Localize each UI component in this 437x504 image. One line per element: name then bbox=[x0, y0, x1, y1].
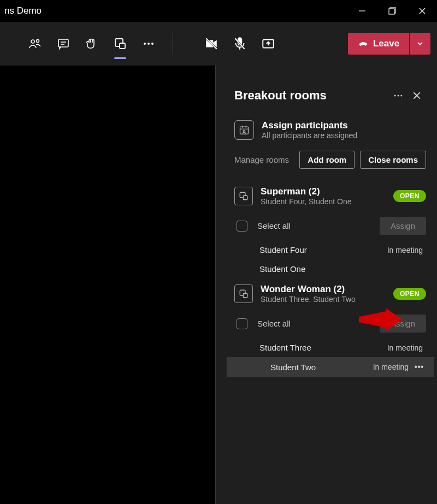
select-all-checkbox[interactable] bbox=[237, 221, 247, 232]
panel-more-icon[interactable] bbox=[389, 86, 408, 105]
svg-point-12 bbox=[144, 43, 146, 45]
svg-point-13 bbox=[147, 43, 150, 45]
member-status: In meeting bbox=[387, 246, 423, 254]
svg-rect-33 bbox=[243, 195, 247, 200]
assign-button[interactable]: Assign bbox=[380, 217, 426, 235]
meeting-toolbar: Leave bbox=[0, 22, 437, 66]
chat-icon[interactable] bbox=[51, 32, 75, 56]
more-actions-icon[interactable] bbox=[137, 32, 161, 56]
share-screen-icon[interactable] bbox=[256, 32, 280, 56]
room-item: Superman (2) Student Four, Student One O… bbox=[234, 181, 426, 278]
member-name: Student Two bbox=[270, 363, 373, 372]
assign-participants-icon bbox=[234, 120, 254, 140]
select-all-label: Select all bbox=[257, 221, 370, 230]
svg-point-14 bbox=[151, 43, 153, 45]
breakout-rooms-icon[interactable] bbox=[108, 32, 132, 56]
minimize-button[interactable] bbox=[347, 0, 377, 22]
select-all-label: Select all bbox=[257, 319, 370, 328]
toolbar-divider bbox=[173, 33, 173, 55]
member-status: In meeting bbox=[373, 363, 409, 371]
member-name: Student Four bbox=[259, 245, 387, 254]
member-status: In meeting bbox=[387, 343, 423, 352]
svg-rect-2 bbox=[389, 9, 394, 14]
leave-dropdown-button[interactable] bbox=[410, 33, 430, 55]
annotation-arrow bbox=[359, 309, 403, 330]
panel-title: Breakout rooms bbox=[234, 88, 389, 103]
room-members-line: Student Four, Student One bbox=[261, 197, 386, 206]
raise-hand-icon[interactable] bbox=[80, 32, 104, 56]
room-members-line: Student Three, Student Two bbox=[261, 295, 386, 304]
room-header[interactable]: Superman (2) Student Four, Student One O… bbox=[234, 181, 426, 211]
svg-rect-11 bbox=[120, 43, 125, 49]
svg-point-22 bbox=[394, 95, 396, 97]
assign-participants-block[interactable]: Assign participants All participants are… bbox=[234, 120, 426, 140]
chevron-down-icon bbox=[416, 40, 424, 48]
svg-rect-7 bbox=[58, 39, 68, 47]
svg-point-24 bbox=[400, 95, 402, 97]
select-all-checkbox[interactable] bbox=[237, 318, 247, 329]
room-icon bbox=[234, 187, 253, 205]
camera-off-icon[interactable] bbox=[199, 32, 223, 56]
leave-button[interactable]: Leave bbox=[348, 33, 409, 55]
video-stage bbox=[0, 66, 216, 504]
member-row[interactable]: Student Three In meeting bbox=[234, 338, 426, 357]
member-name: Student One bbox=[259, 264, 423, 274]
room-header[interactable]: Wonder Woman (2) Student Three, Student … bbox=[234, 278, 426, 309]
close-window-button[interactable] bbox=[407, 0, 437, 22]
people-icon[interactable] bbox=[23, 32, 47, 56]
svg-marker-21 bbox=[359, 309, 403, 330]
close-rooms-button[interactable]: Close rooms bbox=[360, 151, 426, 169]
assign-subtitle: All participants are assigned bbox=[262, 131, 357, 140]
titlebar: ns Demo bbox=[0, 0, 437, 22]
svg-point-6 bbox=[37, 40, 39, 43]
room-status-badge[interactable]: OPEN bbox=[393, 288, 426, 300]
room-name: Superman (2) bbox=[261, 186, 386, 197]
add-room-button[interactable]: Add room bbox=[299, 151, 355, 169]
svg-point-5 bbox=[31, 40, 34, 43]
room-icon bbox=[234, 284, 253, 303]
member-more-icon[interactable]: ••• bbox=[412, 362, 426, 372]
svg-point-23 bbox=[398, 95, 399, 97]
assign-title: Assign participants bbox=[262, 120, 357, 131]
breakout-rooms-panel: Breakout rooms Assign participants All p… bbox=[216, 66, 437, 504]
maximize-button[interactable] bbox=[377, 0, 407, 22]
member-row[interactable]: Student Four In meeting bbox=[234, 240, 426, 259]
member-row[interactable]: Student One bbox=[234, 259, 426, 278]
room-name: Wonder Woman (2) bbox=[261, 284, 386, 295]
panel-close-icon[interactable] bbox=[408, 86, 426, 105]
leave-label: Leave bbox=[373, 38, 399, 49]
hangup-icon bbox=[358, 38, 369, 49]
mic-off-icon[interactable] bbox=[228, 32, 252, 56]
manage-rooms-label: Manage rooms bbox=[234, 155, 294, 164]
svg-rect-35 bbox=[243, 293, 247, 298]
member-row[interactable]: Student Two In meeting ••• bbox=[227, 357, 434, 377]
window-title: ns Demo bbox=[4, 5, 347, 16]
room-status-badge[interactable]: OPEN bbox=[393, 190, 426, 202]
member-name: Student Three bbox=[259, 343, 387, 352]
